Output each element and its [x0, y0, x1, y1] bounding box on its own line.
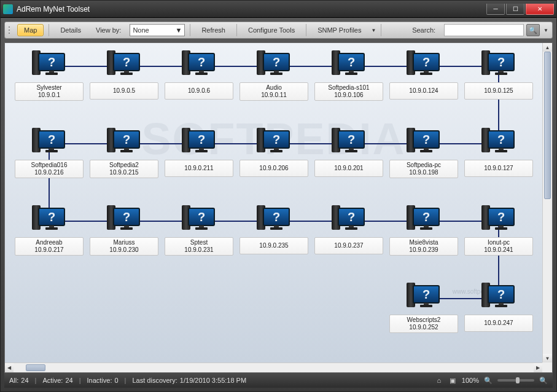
network-node[interactable]: ?Softpedia01610.9.0.216	[12, 127, 86, 178]
inactive-label: Inactive:	[87, 377, 112, 384]
node-label: 10.9.0.206	[240, 160, 308, 177]
scroll-up-icon[interactable]: ▲	[543, 43, 552, 52]
viewby-select[interactable]: None ▼	[130, 24, 185, 36]
hscroll-thumb[interactable]	[26, 364, 45, 371]
zoom-slider-thumb[interactable]	[516, 377, 520, 383]
close-button[interactable]: ✕	[526, 4, 554, 15]
zoom-fit-icon[interactable]: ⌂	[435, 376, 443, 385]
computer-icon: ?	[405, 204, 442, 233]
node-label: Softpedia-s10110.9.0.106	[314, 82, 383, 101]
network-node[interactable]: ?Softpedia-pc10.9.0.198	[387, 127, 461, 178]
search-dropdown-icon[interactable]: ▼	[543, 28, 548, 33]
node-label: Sptest10.9.0.231	[165, 237, 233, 256]
node-label: Mariuss10.9.0.230	[90, 237, 158, 256]
network-node[interactable]: ?10.9.0.211	[162, 127, 236, 177]
node-label: Msie8vista10.9.0.239	[389, 237, 458, 256]
computer-icon: ?	[255, 49, 292, 79]
network-node[interactable]: ?Sylvester10.9.0.1	[12, 49, 86, 101]
network-node[interactable]: ?10.9.0.237	[312, 204, 386, 254]
zoom-actual-icon[interactable]: ▣	[448, 376, 457, 385]
network-node[interactable]: ?Sptest10.9.0.231	[162, 204, 236, 256]
search-button[interactable]: 🔍	[526, 24, 540, 36]
computer-icon: ?	[31, 204, 68, 233]
separator	[381, 24, 381, 36]
network-node[interactable]: ?10.9.0.124	[387, 49, 461, 100]
scroll-down-icon[interactable]: ▼	[543, 354, 552, 363]
question-mark-icon: ?	[497, 210, 505, 224]
network-node[interactable]: ?Ionut-pc10.9.0.241	[462, 204, 536, 256]
computer-icon: ?	[405, 49, 442, 79]
horizontal-scrollbar[interactable]: ◀ ▶	[5, 363, 542, 372]
network-map-canvas[interactable]: SOFTPEDIA www.softpedia.com ?Sylvester10…	[5, 43, 542, 363]
zoom-out-icon[interactable]: 🔍	[484, 376, 493, 385]
computer-icon: ?	[31, 127, 68, 156]
node-label: Softpedia-pc10.9.0.198	[389, 160, 458, 178]
computer-icon: ?	[480, 127, 517, 156]
network-node[interactable]: ?Webscripts210.9.0.252	[387, 281, 461, 333]
network-node[interactable]: ?10.9.0.247	[462, 281, 536, 332]
question-mark-icon: ?	[198, 133, 205, 147]
network-node[interactable]: ?10.9.0.125	[462, 49, 536, 100]
computer-icon: ?	[480, 204, 517, 233]
network-node[interactable]: ?Andreeab10.9.0.217	[12, 204, 86, 256]
node-label: 10.9.0.211	[165, 160, 233, 177]
network-node[interactable]: ?10.9.0.127	[462, 127, 536, 177]
network-node[interactable]: ?Audio10.9.0.11	[237, 49, 311, 101]
question-mark-icon: ?	[423, 133, 430, 147]
zoom-in-icon[interactable]: 🔍	[539, 376, 548, 385]
search-input[interactable]	[444, 24, 524, 36]
node-label: Webscripts210.9.0.252	[389, 315, 458, 333]
minimize-button[interactable]: ─	[486, 4, 505, 15]
node-label: Ionut-pc10.9.0.241	[464, 237, 533, 256]
node-label: 10.9.0.125	[464, 82, 533, 100]
network-node[interactable]: ?10.9.0.6	[162, 49, 236, 100]
computer-icon: ?	[31, 49, 68, 79]
scroll-left-icon[interactable]: ◀	[5, 363, 14, 372]
computer-icon: ?	[405, 127, 442, 156]
computer-icon: ?	[255, 127, 292, 156]
computer-icon: ?	[330, 127, 367, 156]
network-node[interactable]: ?Softpedia210.9.0.215	[87, 127, 161, 178]
snmp-profiles-button[interactable]: SNMP Profiles	[311, 25, 367, 36]
refresh-button[interactable]: Refresh	[195, 25, 232, 36]
vscroll-thumb[interactable]	[544, 52, 551, 199]
zoom-slider[interactable]	[497, 379, 534, 382]
question-mark-icon: ?	[48, 133, 55, 147]
question-mark-icon: ?	[273, 133, 280, 147]
question-mark-icon: ?	[123, 55, 130, 69]
network-node[interactable]: ?10.9.0.201	[312, 127, 386, 177]
window-title: AdRem MyNet Toolset	[17, 5, 485, 14]
network-node[interactable]: ?10.9.0.235	[237, 204, 311, 254]
scroll-right-icon[interactable]: ▶	[534, 363, 542, 372]
network-node[interactable]: ?10.9.0.5	[87, 49, 161, 100]
active-value: 24	[65, 377, 72, 384]
snmp-dropdown-icon[interactable]: ▼	[372, 28, 376, 33]
main-area: SOFTPEDIA www.softpedia.com ?Sylvester10…	[4, 42, 553, 373]
node-label: 10.9.0.237	[314, 237, 383, 254]
all-value: 24	[21, 377, 28, 384]
node-label: Audio10.9.0.11	[240, 82, 308, 101]
network-node[interactable]: ?Msie8vista10.9.0.239	[387, 204, 461, 256]
computer-icon: ?	[181, 49, 217, 79]
zoom-value: 100%	[462, 377, 479, 384]
network-node[interactable]: ?10.9.0.206	[237, 127, 311, 177]
node-label: Andreeab10.9.0.217	[15, 237, 84, 256]
computer-icon: ?	[106, 127, 142, 156]
maximize-button[interactable]: ☐	[506, 4, 524, 15]
question-mark-icon: ?	[423, 55, 430, 69]
configure-tools-button[interactable]: Configure Tools	[242, 25, 301, 36]
vertical-scrollbar[interactable]: ▲ ▼	[542, 43, 552, 363]
map-button[interactable]: Map	[17, 24, 44, 36]
titlebar[interactable]: AdRem MyNet Toolset ─ ☐ ✕	[1, 1, 556, 18]
discovery-label: Last discovery:	[132, 377, 177, 384]
node-label: Sylvester10.9.0.1	[15, 82, 84, 101]
toolbar-grip[interactable]	[9, 25, 12, 35]
network-node[interactable]: ?Softpedia-s10110.9.0.106	[312, 49, 386, 101]
network-node[interactable]: ?Mariuss10.9.0.230	[87, 204, 161, 256]
separator	[49, 24, 49, 36]
viewby-value: None	[133, 26, 149, 34]
question-mark-icon: ?	[198, 210, 205, 224]
details-button[interactable]: Details	[54, 25, 87, 36]
node-label: 10.9.0.201	[314, 160, 383, 177]
question-mark-icon: ?	[123, 133, 130, 147]
